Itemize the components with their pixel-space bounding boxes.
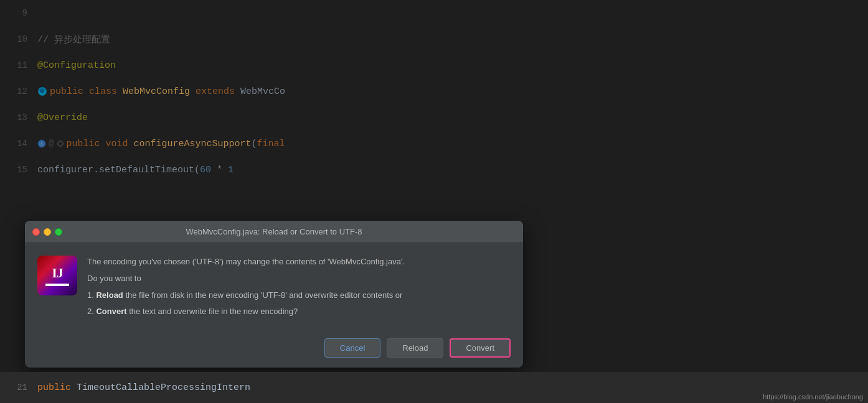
- ij-bar: [45, 284, 69, 286]
- message-line3-prefix: 1.: [87, 290, 96, 300]
- dialog: WebMvcConfig.java: Reload or Convert to …: [25, 221, 523, 368]
- ij-text: IJ: [52, 265, 63, 281]
- message-line4-suffix: the text and overwrite file in the new e…: [127, 307, 298, 316]
- dialog-title: WebMvcConfig.java: Reload or Convert to …: [186, 227, 362, 236]
- minimize-button[interactable]: [44, 228, 51, 236]
- reload-button[interactable]: Reload: [387, 338, 443, 358]
- convert-button[interactable]: Convert: [450, 338, 511, 358]
- dialog-body: IJ The encoding you've chosen ('UTF-8') …: [25, 243, 523, 332]
- bottom-line-content: public TimeoutCallableProcessingIntern: [37, 382, 250, 393]
- message-line3-bold: Reload: [96, 290, 123, 300]
- bottom-line-number: 21: [0, 382, 37, 392]
- dialog-buttons: Cancel Reload Convert: [25, 332, 523, 368]
- dialog-message: The encoding you've chosen ('UTF-8') may…: [87, 256, 508, 322]
- message-line3-suffix: the file from disk in the new encoding '…: [123, 290, 403, 300]
- intellij-logo: IJ: [37, 256, 77, 295]
- watermark-url: https://blog.csdn.net/jiaobuchong: [763, 393, 863, 401]
- maximize-button[interactable]: [55, 228, 62, 236]
- dialog-titlebar: WebMvcConfig.java: Reload or Convert to …: [25, 221, 523, 243]
- message-line3: 1. Reload the file from disk in the new …: [87, 289, 508, 302]
- message-line4: 2. Convert the text and overwrite file i…: [87, 305, 508, 318]
- message-line4-bold: Convert: [96, 307, 126, 316]
- cancel-button[interactable]: Cancel: [324, 338, 380, 358]
- close-button[interactable]: [32, 228, 40, 236]
- message-line4-prefix: 2.: [87, 307, 96, 316]
- traffic-lights: [32, 228, 62, 236]
- message-line2: Do you want to: [87, 272, 508, 285]
- code-bottom-line: 21 public TimeoutCallableProcessingInter…: [0, 372, 868, 403]
- message-line1: The encoding you've chosen ('UTF-8') may…: [87, 256, 508, 269]
